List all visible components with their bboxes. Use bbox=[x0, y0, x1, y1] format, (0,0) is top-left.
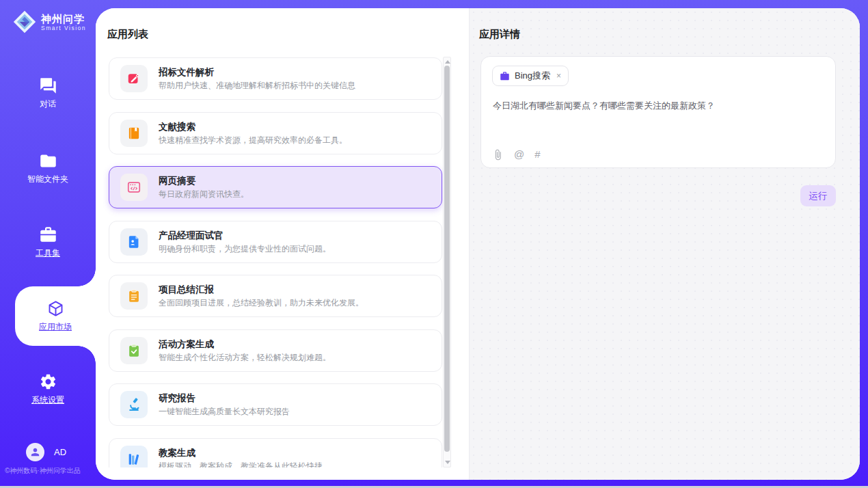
app-card-name: 招标文件解析 bbox=[159, 66, 355, 78]
user-initials: AD bbox=[54, 447, 66, 457]
app-card-name: 活动方案生成 bbox=[159, 338, 331, 350]
sidebar-item-chat[interactable]: 对话 bbox=[0, 77, 96, 110]
app-card[interactable]: 研究报告一键智能生成高质量长文本研究报告 bbox=[109, 383, 442, 426]
clipboard-check-icon bbox=[120, 337, 148, 364]
avatar[interactable] bbox=[26, 443, 44, 461]
briefcase-icon bbox=[500, 71, 510, 81]
scrollbar-up-icon[interactable] bbox=[445, 60, 450, 64]
app-card-description: 智能生成个性化活动方案，轻松解决规划难题。 bbox=[159, 353, 331, 363]
app-card-description: 每日政府新闻资讯快查。 bbox=[159, 189, 249, 200]
app-card[interactable]: 文献搜索快速精准查找学术资源，提高研究效率的必备工具。 bbox=[109, 112, 442, 154]
cube-icon bbox=[46, 299, 65, 318]
attachment-toolbar: @# bbox=[492, 148, 540, 161]
toolbox-icon bbox=[39, 226, 57, 244]
app-list-pane: 应用列表 招标文件解析帮助用户快速、准确地理解和解析招标书中的关键信息文献搜索快… bbox=[96, 8, 469, 480]
app-card[interactable]: 网页摘要每日政府新闻资讯快查。 bbox=[109, 166, 442, 208]
app-card-name: 文献搜索 bbox=[159, 121, 347, 133]
brand-subtitle: Smart Vision bbox=[41, 25, 86, 31]
app-card-description: 一键智能生成高质量长文本研究报告 bbox=[159, 407, 290, 417]
paperclip-icon[interactable] bbox=[492, 149, 504, 161]
app-card-description: 帮助用户快速、准确地理解和解析招标书中的关键信息 bbox=[159, 81, 355, 91]
user-row[interactable]: AD bbox=[26, 443, 66, 461]
sidebar-item-label: 智能文件夹 bbox=[27, 174, 68, 185]
app-card[interactable]: 招标文件解析帮助用户快速、准确地理解和解析招标书中的关键信息 bbox=[109, 57, 442, 100]
books-icon bbox=[120, 446, 148, 468]
hash-icon[interactable]: # bbox=[534, 148, 539, 161]
app-card-name: 网页摘要 bbox=[159, 175, 249, 187]
sidebar-item-label: 应用市场 bbox=[39, 321, 72, 333]
prompt-card: Bing搜索 × 今日湖北有哪些新闻要点？有哪些需要关注的最新政策？ @# bbox=[480, 56, 836, 168]
gear-icon bbox=[39, 372, 57, 391]
at-icon[interactable]: @ bbox=[514, 148, 524, 161]
sidebar-item-folder[interactable]: 智能文件夹 bbox=[0, 152, 96, 185]
chat-icon bbox=[39, 77, 57, 95]
scrollbar[interactable] bbox=[443, 57, 451, 467]
app-card-list: 招标文件解析帮助用户快速、准确地理解和解析招标书中的关键信息文献搜索快速精准查找… bbox=[96, 57, 469, 467]
app-card-name: 教案生成 bbox=[159, 447, 323, 459]
tool-tag-bing-search[interactable]: Bing搜索 × bbox=[492, 66, 569, 86]
run-button[interactable]: 运行 bbox=[800, 185, 836, 206]
app-detail-title: 应用详情 bbox=[479, 28, 520, 41]
microscope-icon bbox=[120, 391, 148, 418]
app-card-name: 研究报告 bbox=[159, 392, 290, 404]
brand-name: 神州问学 bbox=[41, 13, 86, 25]
sidebar-item-toolbox[interactable]: 工具集 bbox=[0, 226, 96, 259]
folder-icon bbox=[39, 152, 57, 170]
sidebar-item-label: 系统设置 bbox=[31, 394, 64, 406]
sidebar: 神州问学 Smart Vision 对话智能文件夹工具集应用市场系统设置 AD … bbox=[0, 0, 96, 488]
clipboard-icon bbox=[120, 282, 148, 310]
content-panel: 应用列表 招标文件解析帮助用户快速、准确地理解和解析招标书中的关键信息文献搜索快… bbox=[96, 8, 860, 480]
app-card-name: 项目总结汇报 bbox=[159, 284, 364, 295]
app-list-title: 应用列表 bbox=[107, 28, 148, 41]
resume-icon bbox=[120, 228, 148, 256]
scrollbar-thumb[interactable] bbox=[444, 66, 450, 452]
scrollbar-down-icon[interactable] bbox=[445, 461, 450, 464]
book-icon bbox=[120, 120, 148, 147]
brand-logo: 神州问学 Smart Vision bbox=[12, 10, 86, 34]
app-card[interactable]: 教案生成模板驱动，教案秒成，教学准备从此轻松快捷 bbox=[109, 438, 442, 468]
app-card-description: 快速精准查找学术资源，提高研究效率的必备工具。 bbox=[159, 135, 347, 146]
sidebar-item-label: 对话 bbox=[40, 98, 56, 110]
sidebar-item-gear[interactable]: 系统设置 bbox=[0, 372, 96, 406]
app-window: 神州问学 Smart Vision 对话智能文件夹工具集应用市场系统设置 AD … bbox=[0, 0, 868, 488]
app-detail-pane: 应用详情 Bing搜索 × 今日湖北有哪些新闻要点？有哪些需要关注的最新政策？ … bbox=[470, 8, 860, 480]
app-card[interactable]: 产品经理面试官明确身份和职责，为您提供专业性的面试问题。 bbox=[109, 221, 442, 263]
sidebar-item-label: 工具集 bbox=[36, 247, 60, 259]
app-card-description: 明确身份和职责，为您提供专业性的面试问题。 bbox=[159, 244, 331, 254]
copyright-text: ©神州数码·神州问学出品 bbox=[5, 466, 96, 476]
app-card[interactable]: 项目总结汇报全面回顾项目进展，总结经验教训，助力未来优化发展。 bbox=[109, 275, 442, 317]
brand-gem-icon bbox=[12, 10, 37, 34]
edit-icon bbox=[120, 65, 148, 92]
app-card-description: 全面回顾项目进展，总结经验教训，助力未来优化发展。 bbox=[159, 298, 364, 308]
app-card[interactable]: 活动方案生成智能生成个性化活动方案，轻松解决规划难题。 bbox=[109, 329, 442, 372]
query-text[interactable]: 今日湖北有哪些新闻要点？有哪些需要关注的最新政策？ bbox=[493, 99, 824, 112]
app-card-description: 模板驱动，教案秒成，教学准备从此轻松快捷 bbox=[159, 461, 323, 468]
tag-close-icon[interactable]: × bbox=[556, 71, 561, 81]
app-card-name: 产品经理面试官 bbox=[159, 230, 331, 241]
sidebar-item-cube[interactable]: 应用市场 bbox=[15, 286, 96, 346]
tool-tag-label: Bing搜索 bbox=[515, 70, 550, 82]
browser-icon bbox=[120, 174, 148, 201]
